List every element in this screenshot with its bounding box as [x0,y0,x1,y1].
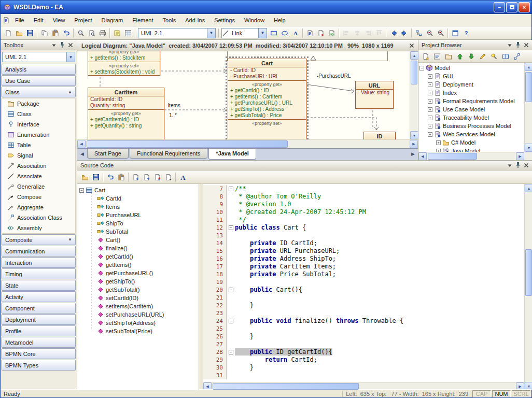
source-tree-item-setcartid-id-[interactable]: setCartId(ID) [79,294,199,302]
toolbox-item-signal[interactable]: Signal [2,150,75,161]
code-line[interactable]: 28− public ID getCartId(){ [203,348,524,356]
expand-toggle[interactable]: + [428,99,432,104]
scrollbar-thumb[interactable] [525,249,532,296]
menu-project[interactable]: Project [70,16,96,25]
toolbox-section-bpmn-core[interactable]: BPMN Core [2,348,76,359]
project-browser-vertical-scrollbar[interactable]: ▲ ▼ [524,63,532,152]
toolbox-section-state[interactable]: State [2,280,76,291]
project-tree-item-formal-requirements-model[interactable]: +Formal Requirements Model [418,97,524,105]
toolbox-section-activity[interactable]: Activity [2,291,76,302]
tree-view-icon[interactable] [413,27,424,38]
expand-toggle[interactable]: + [428,74,432,79]
pin-icon[interactable] [514,161,522,169]
scrollbar-thumb[interactable] [525,72,532,102]
link-icon[interactable] [511,51,522,62]
expand-toggle[interactable]: + [428,107,432,112]
project-tree-item-gui[interactable]: +GUI [418,72,524,80]
source-tree-item-subtotal[interactable]: SubTotal [79,228,199,236]
source-tree-item-getpurchaseurl-[interactable]: getPurchaseURL() [79,269,199,277]
window-icon[interactable] [450,27,460,38]
project-tree-item-deployment[interactable]: +Deployment [418,80,524,89]
zoom-in-icon[interactable] [435,27,446,38]
source-tree-item-finalize-[interactable]: finalize() [79,244,199,252]
code-vertical-scrollbar[interactable]: ▲ ▼ [524,184,532,390]
toolbox-section-deployment[interactable]: Deployment [2,314,76,325]
project-tree-item-c-model[interactable]: +C# Model [418,138,524,147]
tab-functional-requirements[interactable]: Functional Requirements [130,149,207,159]
help-icon[interactable]: ? [460,27,471,38]
code-fold-toggle[interactable]: − [229,350,233,354]
menu-edit[interactable]: Edit [30,16,48,25]
collapse-toggle[interactable]: − [79,188,84,193]
new-file-icon[interactable] [3,27,13,38]
code-line[interactable]: 31 [203,372,524,379]
connector-label[interactable]: 1..* [169,112,177,118]
align-top-icon[interactable] [373,27,384,38]
connector-label[interactable]: -Items [166,103,180,108]
pin-icon[interactable] [514,41,522,49]
source-tree-item-purchaseurl[interactable]: PurchaseURL [79,211,199,219]
collapse-toggle[interactable]: − [419,66,424,70]
code-editor[interactable]: 7−/**8 * @author Tom O'Reilly9 * @versio… [203,184,524,382]
zoom-out-icon[interactable] [424,27,435,38]
print-preview-icon[interactable] [86,27,97,38]
close-icon[interactable] [66,41,75,49]
toolbox-item-generalize[interactable]: Generalize [2,181,75,192]
uml-class-url[interactable]: URL- Value: string [355,81,394,109]
source-tree-item-setitems-cartitem-[interactable]: setItems(CartItem) [79,302,199,310]
toolbox-section-communication[interactable]: Communication [2,246,76,257]
toolbox-section-composite[interactable]: Composite▼ [2,234,76,245]
align-center-icon[interactable] [352,27,362,38]
back-icon[interactable] [388,27,399,38]
doc-link-icon[interactable] [326,27,337,38]
toolbox-section-timing[interactable]: Timing [2,268,76,279]
code-fold-toggle[interactable]: − [229,288,233,292]
toolbox-section-class[interactable]: Class▲ [2,87,76,97]
rectangle-icon[interactable] [268,27,279,38]
scroll-up-icon[interactable]: ▲ [525,184,532,192]
menu-tools[interactable]: Tools [159,16,180,25]
project-tree-item-business-processes-model[interactable]: +Business Processes Model [418,122,524,130]
code-line[interactable]: 25 [203,325,524,333]
generate-icon[interactable] [141,172,152,182]
code-line[interactable]: 27 [203,340,524,348]
open-icon[interactable] [13,27,24,38]
toolbox-item-aggregate[interactable]: Aggregate [2,202,75,212]
code-fold-toggle[interactable]: − [229,225,233,230]
doc-blue-icon[interactable] [304,27,315,38]
chevron-down-icon[interactable] [506,161,514,169]
toolbox-section-analysis[interactable]: Analysis [2,64,76,75]
book-icon[interactable] [500,51,511,62]
source-tree-item-setshipto-address-[interactable]: setShipTo(Address) [79,319,199,327]
print-icon[interactable] [97,27,108,38]
code-line[interactable]: 23 [203,309,524,317]
menu-window[interactable]: Window [240,16,269,25]
tab--java-model[interactable]: *Java Model [208,149,256,160]
code-fold-toggle[interactable]: − [229,187,233,191]
code-line[interactable]: 17 private CartItem Items; [203,263,524,271]
sync-icon[interactable] [152,172,163,182]
save-icon[interactable] [24,27,35,38]
search-icon[interactable] [75,27,86,38]
source-tree-item-cart-[interactable]: Cart() [79,236,199,244]
down-arrow-icon[interactable] [466,51,477,62]
expand-toggle[interactable]: + [428,124,432,129]
code-line[interactable]: 11 */ [203,216,524,224]
doc-new-icon[interactable] [315,27,326,38]
uml-class-stockitem-partial[interactable]: «property get»+ getItems() : StockItem«p… [88,51,160,76]
scroll-up-icon[interactable]: ▲ [525,63,532,71]
flashlight-icon[interactable] [488,51,499,62]
expand-toggle[interactable]: + [428,82,432,87]
uml-class-cart[interactable]: Cart- CartId: ID- PurchaseURL: URL«prope… [228,59,306,139]
code-line[interactable]: 24− public void finalize() throws Throwa… [203,317,524,325]
code-line[interactable]: 7−/** [203,185,524,193]
code-line[interactable]: 20− public Cart(){ [203,286,524,294]
source-tree-item-getshipto-[interactable]: getShipTo() [79,277,199,286]
code-line[interactable]: 16 private Address ShipTo; [203,255,524,263]
uml-profile-dropdown[interactable]: UML 2.1▼ [138,28,216,38]
tab-scroll-left-icon[interactable]: ◀ [78,149,86,159]
project-tree-item-index[interactable]: +Index [418,89,524,97]
code-line[interactable]: 26 } [203,333,524,340]
note-icon[interactable] [111,27,122,38]
maximize-button[interactable] [506,2,517,12]
